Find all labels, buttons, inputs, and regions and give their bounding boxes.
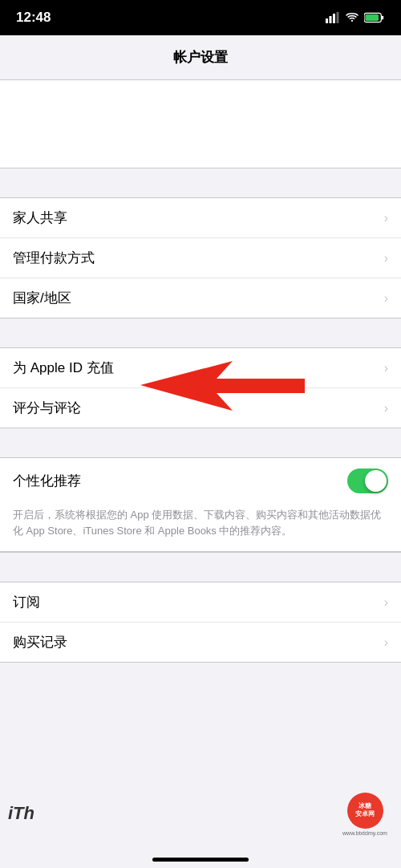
family-sharing-label: 家人共享 bbox=[13, 209, 67, 227]
purchase-history-chevron: › bbox=[384, 635, 388, 650]
section-4-list: 订阅 › 购买记录 › bbox=[0, 582, 401, 663]
payment-methods-item[interactable]: 管理付款方式 › bbox=[0, 238, 401, 278]
subscriptions-chevron: › bbox=[384, 595, 388, 610]
nav-title: 帐户设置 bbox=[173, 48, 228, 67]
nav-bar: 帐户设置 bbox=[0, 35, 401, 80]
purchase-history-item[interactable]: 购买记录 › bbox=[0, 623, 401, 662]
svg-rect-0 bbox=[326, 18, 328, 23]
svg-rect-1 bbox=[330, 16, 332, 23]
country-region-label: 国家/地区 bbox=[13, 289, 71, 307]
ith-logo: iTh bbox=[8, 803, 34, 824]
svg-rect-5 bbox=[382, 16, 383, 20]
svg-rect-3 bbox=[337, 12, 339, 23]
country-region-item[interactable]: 国家/地区 › bbox=[0, 278, 401, 318]
personalized-toggle-row: 个性化推荐 bbox=[0, 458, 401, 504]
apple-id-topup-label: 为 Apple ID 充值 bbox=[13, 359, 114, 377]
status-icons bbox=[326, 12, 385, 23]
country-region-chevron: › bbox=[384, 291, 388, 306]
signal-icon bbox=[326, 12, 340, 23]
purchase-history-label: 购买记录 bbox=[13, 633, 67, 651]
payment-methods-chevron: › bbox=[384, 251, 388, 266]
section-separator-3 bbox=[0, 428, 401, 457]
apple-id-topup-item[interactable]: 为 Apple ID 充值 › bbox=[0, 348, 401, 388]
ratings-reviews-label: 评分与评论 bbox=[13, 399, 81, 417]
section-separator-1 bbox=[0, 168, 401, 197]
section-1-list: 家人共享 › 管理付款方式 › 国家/地区 › bbox=[0, 197, 401, 318]
watermark-url: www.btxtdmy.com bbox=[342, 830, 387, 836]
ratings-reviews-item[interactable]: 评分与评论 › bbox=[0, 388, 401, 428]
personalized-toggle-label: 个性化推荐 bbox=[13, 472, 81, 490]
watermark-icon: 冰糖安卓网 bbox=[347, 793, 383, 829]
section-separator-2 bbox=[0, 318, 401, 347]
section-2-list: 为 Apple ID 充值 › 评分与评论 › bbox=[0, 347, 401, 428]
payment-methods-label: 管理付款方式 bbox=[13, 249, 95, 267]
ratings-reviews-chevron: › bbox=[384, 401, 388, 416]
apple-id-topup-chevron: › bbox=[384, 361, 388, 375]
watermark: 冰糖安卓网 www.btxtdmy.com bbox=[337, 792, 393, 836]
subscriptions-label: 订阅 bbox=[13, 593, 40, 611]
personalized-toggle-switch[interactable] bbox=[347, 468, 388, 493]
svg-rect-6 bbox=[365, 14, 379, 21]
section-3-list: 个性化推荐 开启后，系统将根据您的 App 使用数据、下载内容、购买内容和其他活… bbox=[0, 457, 401, 553]
personalized-description: 开启后，系统将根据您的 App 使用数据、下载内容、购买内容和其他活动数据优化 … bbox=[0, 504, 401, 552]
status-time: 12:48 bbox=[16, 10, 51, 26]
subscriptions-item[interactable]: 订阅 › bbox=[0, 582, 401, 623]
wifi-icon bbox=[345, 12, 359, 23]
home-indicator bbox=[152, 858, 249, 862]
status-bar: 12:48 bbox=[0, 0, 401, 35]
toggle-knob bbox=[365, 470, 387, 492]
family-sharing-chevron: › bbox=[384, 211, 388, 225]
section-separator-4 bbox=[0, 553, 401, 582]
profile-section bbox=[0, 80, 401, 168]
svg-rect-2 bbox=[333, 14, 335, 23]
family-sharing-item[interactable]: 家人共享 › bbox=[0, 198, 401, 238]
battery-icon bbox=[364, 12, 385, 23]
